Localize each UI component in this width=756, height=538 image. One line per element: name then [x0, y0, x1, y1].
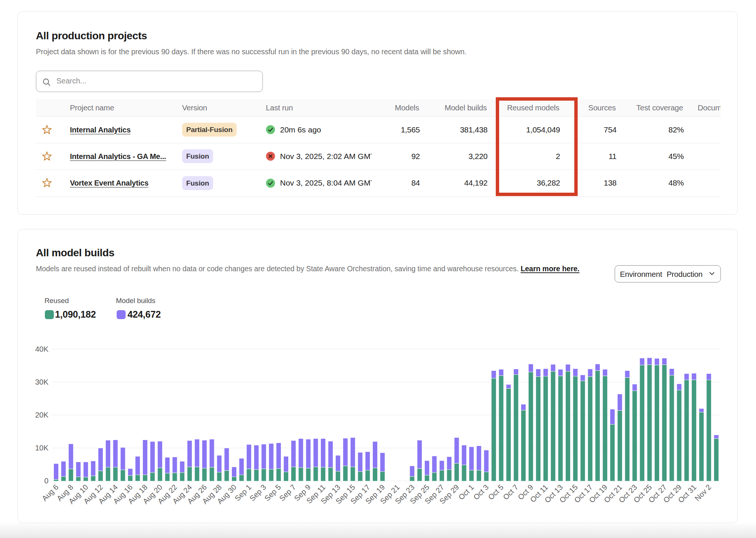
- svg-text:Sep 5: Sep 5: [263, 483, 283, 503]
- svg-text:10K: 10K: [35, 444, 49, 452]
- svg-text:Oct 3: Oct 3: [472, 483, 490, 501]
- svg-text:30K: 30K: [35, 378, 49, 386]
- svg-text:40K: 40K: [35, 345, 49, 353]
- svg-text:Oct 5: Oct 5: [486, 483, 505, 501]
- svg-text:Sep 7: Sep 7: [278, 483, 298, 503]
- svg-text:Aug 6: Aug 6: [40, 483, 60, 503]
- svg-text:0: 0: [44, 477, 48, 485]
- svg-text:20K: 20K: [35, 411, 49, 419]
- svg-text:Oct 7: Oct 7: [501, 483, 520, 501]
- svg-text:Sep 1: Sep 1: [233, 483, 253, 503]
- svg-text:Oct 1: Oct 1: [457, 483, 475, 501]
- svg-text:Sep 3: Sep 3: [248, 483, 268, 503]
- svg-text:Nov 2: Nov 2: [693, 483, 713, 503]
